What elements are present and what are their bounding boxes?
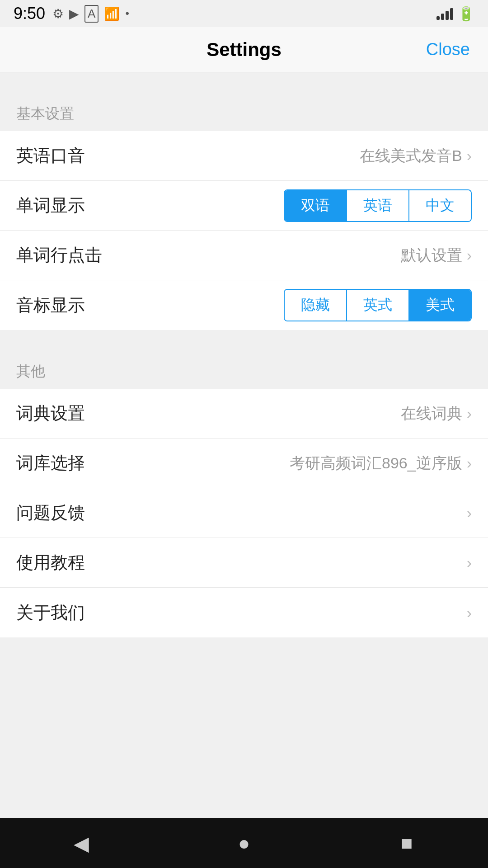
page-title: Settings (206, 39, 282, 61)
tutorial-chevron: › (467, 554, 472, 571)
status-time: 9:50 (14, 4, 45, 23)
accent-value: 在线美式发音B › (360, 146, 472, 166)
word-display-item: 单词显示 双语 英语 中文 (0, 181, 488, 231)
word-library-chevron: › (467, 454, 472, 472)
back-button[interactable]: ◀ (63, 825, 99, 861)
basic-settings-section: 基本设置 英语口音 在线美式发音B › 单词显示 双语 英语 中文 单词行点击 … (0, 90, 488, 330)
accent-chevron: › (467, 147, 472, 165)
feedback-value: › (467, 504, 472, 522)
top-spacer (0, 72, 488, 90)
word-library-value: 考研高频词汇896_逆序版 › (290, 453, 472, 474)
seg-btn-uk[interactable]: 英式 (346, 290, 408, 321)
signal-icon (436, 7, 453, 20)
feedback-item[interactable]: 问题反馈 › (0, 488, 488, 538)
other-section-header: 其他 (0, 348, 488, 389)
about-label: 关于我们 (16, 601, 85, 624)
a-icon: A (84, 5, 99, 23)
dictionary-settings-label: 词典设置 (16, 402, 85, 425)
tutorial-value: › (467, 554, 472, 571)
phonetic-display-segmented[interactable]: 隐藏 英式 美式 (284, 289, 472, 321)
status-icons: ⚙ ▶ A 📶 • (52, 5, 129, 23)
phonetic-display-label: 音标显示 (16, 294, 85, 317)
tutorial-item[interactable]: 使用教程 › (0, 538, 488, 588)
word-click-label: 单词行点击 (16, 244, 102, 267)
dictionary-settings-item[interactable]: 词典设置 在线词典 › (0, 389, 488, 439)
home-icon: ● (238, 832, 250, 854)
word-library-label: 词库选择 (16, 452, 85, 475)
seg-btn-hidden[interactable]: 隐藏 (285, 290, 346, 321)
word-library-item[interactable]: 词库选择 考研高频词汇896_逆序版 › (0, 439, 488, 488)
dictionary-chevron: › (467, 405, 472, 422)
basic-settings-list: 英语口音 在线美式发音B › 单词显示 双语 英语 中文 单词行点击 默认设置 … (0, 131, 488, 330)
status-bar: 9:50 ⚙ ▶ A 📶 • 🔋 (0, 0, 488, 27)
recent-button[interactable]: ■ (389, 825, 425, 861)
play-icon: ▶ (69, 6, 79, 21)
dictionary-settings-value: 在线词典 › (401, 403, 472, 424)
about-item[interactable]: 关于我们 › (0, 588, 488, 637)
accent-label: 英语口音 (16, 144, 85, 167)
battery-icon: 🔋 (458, 6, 474, 22)
status-right: 🔋 (436, 6, 474, 22)
tutorial-label: 使用教程 (16, 551, 85, 574)
wifi-icon: 📶 (104, 6, 120, 21)
word-click-item[interactable]: 单词行点击 默认设置 › (0, 231, 488, 280)
seg-btn-english[interactable]: 英语 (346, 190, 408, 221)
other-section: 其他 词典设置 在线词典 › 词库选择 考研高频词汇896_逆序版 › 问题反馈… (0, 348, 488, 637)
home-button[interactable]: ● (226, 825, 262, 861)
about-value: › (467, 604, 472, 622)
bottom-nav: ◀ ● ■ (0, 818, 488, 868)
basic-settings-header: 基本设置 (0, 90, 488, 131)
close-button[interactable]: Close (426, 40, 470, 59)
mid-spacer (0, 330, 488, 348)
accent-item[interactable]: 英语口音 在线美式发音B › (0, 131, 488, 181)
word-display-segmented[interactable]: 双语 英语 中文 (284, 189, 472, 222)
status-left: 9:50 ⚙ ▶ A 📶 • (14, 4, 129, 23)
dot-icon: • (125, 7, 129, 20)
word-display-label: 单词显示 (16, 194, 85, 217)
word-click-value: 默认设置 › (401, 245, 472, 266)
back-icon: ◀ (74, 832, 89, 855)
word-click-chevron: › (467, 246, 472, 264)
gear-icon: ⚙ (52, 6, 64, 21)
recent-icon: ■ (401, 832, 413, 854)
about-chevron: › (467, 604, 472, 622)
seg-btn-chinese[interactable]: 中文 (408, 190, 471, 221)
seg-btn-us[interactable]: 美式 (408, 290, 471, 321)
seg-btn-bilingual[interactable]: 双语 (285, 190, 346, 221)
feedback-label: 问题反馈 (16, 501, 85, 524)
feedback-chevron: › (467, 504, 472, 522)
phonetic-display-item: 音标显示 隐藏 英式 美式 (0, 280, 488, 330)
nav-bar: Settings Close (0, 27, 488, 72)
other-settings-list: 词典设置 在线词典 › 词库选择 考研高频词汇896_逆序版 › 问题反馈 › … (0, 389, 488, 637)
